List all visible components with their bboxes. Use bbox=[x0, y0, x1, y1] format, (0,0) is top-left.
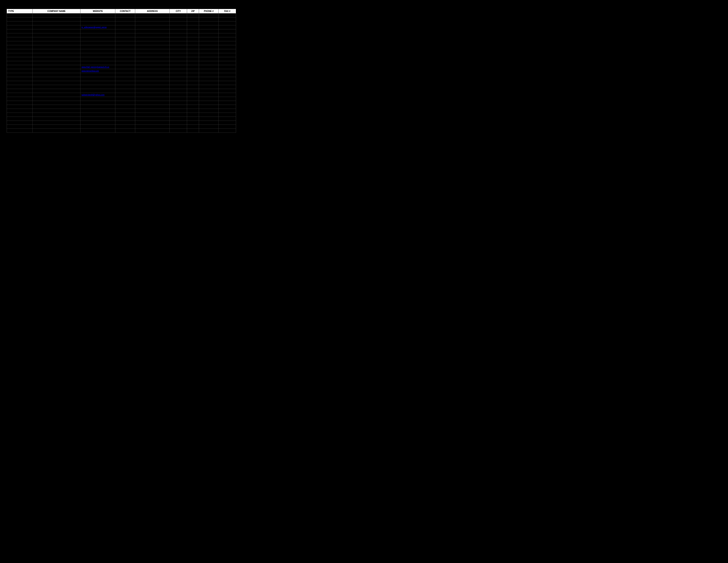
cell-fax bbox=[219, 73, 236, 77]
cell-company bbox=[33, 69, 80, 73]
cell-phone bbox=[199, 61, 219, 65]
cell-fax bbox=[219, 17, 236, 21]
website-link[interactable]: jc_a3browser@pageC.servo bbox=[82, 26, 107, 28]
cell-city bbox=[170, 89, 187, 93]
cell-website bbox=[80, 57, 115, 61]
cell-phone bbox=[199, 65, 219, 69]
cell-city bbox=[170, 13, 187, 17]
cell-phone bbox=[199, 53, 219, 57]
cell-zip bbox=[187, 101, 199, 105]
cell-fax bbox=[219, 25, 236, 29]
cell-contact bbox=[115, 65, 135, 69]
cell-contact bbox=[115, 21, 135, 25]
cell-zip bbox=[187, 13, 199, 17]
website-link[interactable]: www.tenrumbus.em bbox=[82, 70, 99, 72]
cell-address bbox=[135, 101, 170, 105]
cell-address bbox=[135, 45, 170, 49]
cell-zip bbox=[187, 49, 199, 53]
cell-city bbox=[170, 105, 187, 109]
cell-type bbox=[7, 61, 33, 65]
cell-type bbox=[7, 97, 33, 101]
col-header-company: COMPANY NAME bbox=[33, 9, 80, 13]
table-row bbox=[7, 21, 236, 25]
cell-contact bbox=[115, 81, 135, 85]
cell-type bbox=[7, 45, 33, 49]
cell-type bbox=[7, 57, 33, 61]
col-header-fax: FAX # bbox=[219, 9, 236, 13]
cell-fax bbox=[219, 61, 236, 65]
cell-address bbox=[135, 29, 170, 33]
cell-website bbox=[80, 17, 115, 21]
cell-fax bbox=[219, 109, 236, 113]
table-row bbox=[7, 109, 236, 113]
cell-zip bbox=[187, 113, 199, 117]
cell-website bbox=[80, 41, 115, 45]
cell-zip bbox=[187, 41, 199, 45]
cell-company bbox=[33, 113, 80, 117]
cell-zip bbox=[187, 37, 199, 41]
cell-phone bbox=[199, 121, 219, 125]
cell-city bbox=[170, 53, 187, 57]
cell-company bbox=[33, 45, 80, 49]
table-row bbox=[7, 125, 236, 129]
data-table: TYPE COMPANY NAME WEBSITE CONTACT ADDRES… bbox=[7, 9, 236, 133]
cell-city bbox=[170, 45, 187, 49]
cell-company bbox=[33, 129, 80, 133]
cell-contact bbox=[115, 93, 135, 97]
cell-type bbox=[7, 53, 33, 57]
cell-phone bbox=[199, 81, 219, 85]
cell-company bbox=[33, 89, 80, 93]
cell-address bbox=[135, 89, 170, 93]
cell-website bbox=[80, 125, 115, 129]
table-row bbox=[7, 29, 236, 33]
cell-contact bbox=[115, 121, 135, 125]
cell-type bbox=[7, 21, 33, 25]
cell-address bbox=[135, 69, 170, 73]
cell-company bbox=[33, 101, 80, 105]
cell-fax bbox=[219, 105, 236, 109]
cell-fax bbox=[219, 37, 236, 41]
cell-city bbox=[170, 117, 187, 121]
cell-contact bbox=[115, 61, 135, 65]
website-link[interactable]: subservient9@yahoo.com bbox=[82, 94, 105, 96]
cell-contact bbox=[115, 45, 135, 49]
table-row bbox=[7, 57, 236, 61]
cell-city bbox=[170, 113, 187, 117]
table-row bbox=[7, 17, 236, 21]
cell-website bbox=[80, 53, 115, 57]
cell-contact bbox=[115, 33, 135, 37]
cell-city bbox=[170, 21, 187, 25]
cell-type bbox=[7, 101, 33, 105]
cell-zip bbox=[187, 105, 199, 109]
website-link[interactable]: www.R&F pennsylvania15.R.co bbox=[82, 66, 109, 68]
table-row bbox=[7, 113, 236, 117]
cell-phone bbox=[199, 13, 219, 17]
cell-type bbox=[7, 13, 33, 17]
cell-company bbox=[33, 105, 80, 109]
cell-address bbox=[135, 21, 170, 25]
cell-company bbox=[33, 125, 80, 129]
cell-address bbox=[135, 105, 170, 109]
cell-address bbox=[135, 129, 170, 133]
cell-type bbox=[7, 33, 33, 37]
table-row bbox=[7, 85, 236, 89]
cell-website bbox=[80, 21, 115, 25]
cell-website bbox=[80, 45, 115, 49]
cell-phone bbox=[199, 77, 219, 81]
cell-company bbox=[33, 77, 80, 81]
cell-phone bbox=[199, 117, 219, 121]
cell-address bbox=[135, 85, 170, 89]
cell-city bbox=[170, 17, 187, 21]
cell-contact bbox=[115, 49, 135, 53]
table-row bbox=[7, 37, 236, 41]
cell-zip bbox=[187, 73, 199, 77]
table-row bbox=[7, 129, 236, 133]
table-row: www.tenrumbus.em bbox=[7, 69, 236, 73]
cell-city bbox=[170, 37, 187, 41]
cell-phone bbox=[199, 69, 219, 73]
cell-website bbox=[80, 117, 115, 121]
col-header-phone: PHONE # bbox=[199, 9, 219, 13]
cell-fax bbox=[219, 125, 236, 129]
cell-fax bbox=[219, 97, 236, 101]
cell-fax bbox=[219, 121, 236, 125]
